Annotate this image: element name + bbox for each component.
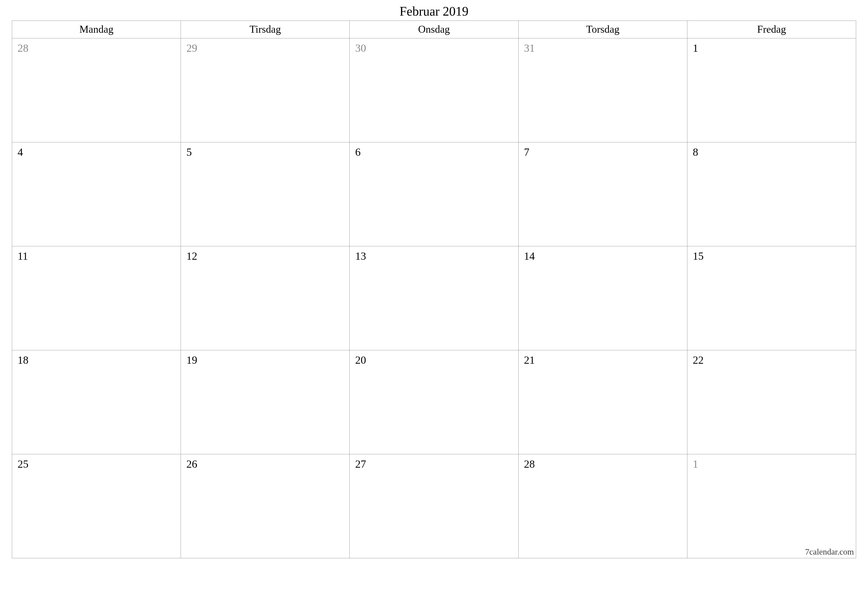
day-number: 13 — [355, 250, 366, 262]
day-number: 6 — [355, 146, 361, 158]
day-cell: 4 — [12, 142, 181, 246]
day-number: 31 — [524, 42, 535, 54]
calendar-title: Februar 2019 — [12, 4, 856, 19]
day-cell: 30 — [350, 38, 518, 142]
day-number: 21 — [524, 354, 535, 366]
day-cell: 19 — [181, 350, 350, 454]
calendar-table: Mandag Tirsdag Onsdag Torsdag Fredag 28 … — [12, 20, 856, 558]
footer-credit: 7calendar.com — [805, 547, 854, 556]
day-number: 28 — [524, 458, 535, 470]
day-number: 8 — [693, 146, 698, 158]
day-number: 7 — [524, 146, 530, 158]
day-number: 22 — [693, 354, 704, 366]
day-cell: 28 — [12, 38, 181, 142]
weekday-header: Mandag — [12, 21, 181, 38]
day-cell: 8 — [687, 142, 856, 246]
calendar-week-row: 18 19 20 21 22 — [12, 350, 856, 454]
day-number: 18 — [17, 354, 28, 366]
calendar-header-row: Mandag Tirsdag Onsdag Torsdag Fredag — [12, 21, 856, 38]
day-cell: 14 — [518, 246, 687, 350]
day-number: 15 — [693, 250, 704, 262]
day-cell: 11 — [12, 246, 181, 350]
day-cell: 29 — [181, 38, 350, 142]
day-cell: 22 — [687, 350, 856, 454]
calendar-page: Februar 2019 Mandag Tirsdag Onsdag Torsd… — [12, 4, 856, 558]
day-cell: 6 — [350, 142, 518, 246]
day-cell: 12 — [181, 246, 350, 350]
weekday-header: Torsdag — [518, 21, 687, 38]
day-number: 20 — [355, 354, 366, 366]
day-cell: 20 — [350, 350, 518, 454]
weekday-header: Onsdag — [350, 21, 518, 38]
day-number: 19 — [186, 354, 197, 366]
day-cell: 21 — [518, 350, 687, 454]
day-number: 26 — [186, 458, 197, 470]
day-cell: 13 — [350, 246, 518, 350]
day-cell: 31 — [518, 38, 687, 142]
day-number: 14 — [524, 250, 535, 262]
day-cell: 15 — [687, 246, 856, 350]
day-cell: 1 7calendar.com — [687, 454, 856, 558]
day-number: 27 — [355, 458, 366, 470]
day-number: 28 — [17, 42, 28, 54]
calendar-week-row: 4 5 6 7 8 — [12, 142, 856, 246]
calendar-week-row: 25 26 27 28 1 7calendar.com — [12, 454, 856, 558]
day-number: 25 — [17, 458, 28, 470]
calendar-week-row: 11 12 13 14 15 — [12, 246, 856, 350]
day-number: 5 — [186, 146, 192, 158]
day-cell: 5 — [181, 142, 350, 246]
day-number: 1 — [693, 458, 698, 470]
day-number: 4 — [17, 146, 23, 158]
day-cell: 7 — [518, 142, 687, 246]
day-cell: 1 — [687, 38, 856, 142]
day-cell: 18 — [12, 350, 181, 454]
weekday-header: Fredag — [687, 21, 856, 38]
day-number: 12 — [186, 250, 197, 262]
day-number: 29 — [186, 42, 197, 54]
day-cell: 28 — [518, 454, 687, 558]
day-cell: 27 — [350, 454, 518, 558]
day-number: 30 — [355, 42, 366, 54]
day-number: 1 — [693, 42, 698, 54]
calendar-week-row: 28 29 30 31 1 — [12, 38, 856, 142]
day-cell: 25 — [12, 454, 181, 558]
day-cell: 26 — [181, 454, 350, 558]
day-number: 11 — [17, 250, 28, 262]
weekday-header: Tirsdag — [181, 21, 350, 38]
